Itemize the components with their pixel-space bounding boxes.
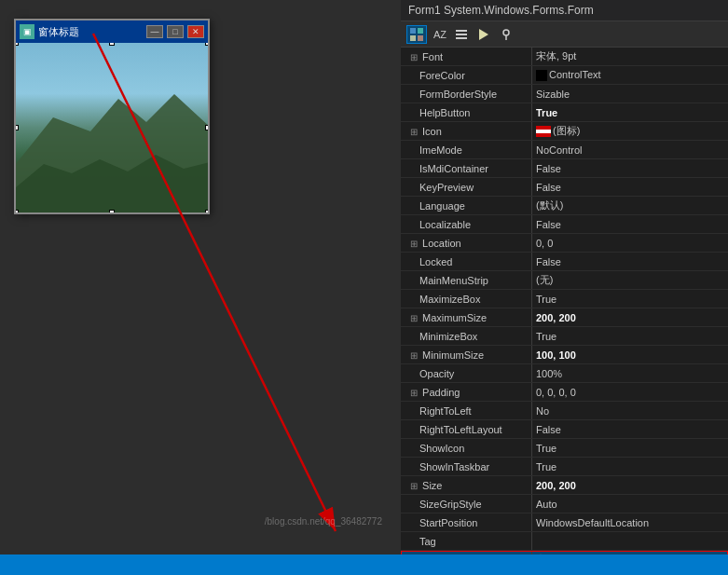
- prop-row[interactable]: RightToLeftLayoutFalse: [401, 420, 728, 439]
- prop-name: RightToLeft: [401, 405, 531, 417]
- svg-rect-12: [456, 37, 467, 39]
- watermark: /blog.csdn.net/qq_36482772: [265, 516, 382, 527]
- prop-name: ForeColor: [401, 70, 531, 81]
- prop-row[interactable]: ImeModeNoControl: [401, 141, 728, 159]
- handle-tl[interactable]: [16, 43, 19, 46]
- prop-row[interactable]: SizeGripStyleAuto: [401, 495, 728, 513]
- events-icon: [476, 27, 491, 42]
- prop-row[interactable]: MainMenuStrip(无): [401, 271, 728, 290]
- prop-row[interactable]: ForeColorControlText: [401, 66, 728, 85]
- prop-row[interactable]: FormBorderStyleSizable: [401, 85, 728, 103]
- prop-row[interactable]: ShowInTaskbarTrue: [401, 458, 728, 476]
- prop-row[interactable]: StartPositionWindowsDefaultLocation: [401, 513, 728, 532]
- form-preview-window[interactable]: ▣ 窗体标题 — □ ✕: [14, 19, 210, 214]
- prop-row[interactable]: Tag: [401, 532, 728, 551]
- color-swatch: [536, 70, 547, 81]
- prop-value: 100, 100: [532, 349, 728, 361]
- handle-bl[interactable]: [16, 210, 19, 212]
- svg-marker-13: [479, 29, 488, 40]
- prop-name: MainMenuStrip: [401, 275, 531, 286]
- form-preview-title: 窗体标题: [38, 25, 143, 39]
- expand-icon[interactable]: ⊞: [408, 388, 419, 398]
- form-close-btn[interactable]: ✕: [187, 25, 204, 38]
- toolbar-categorized-btn[interactable]: [406, 25, 427, 44]
- expand-icon[interactable]: ⊞: [408, 239, 419, 249]
- prop-name: Language: [401, 200, 531, 212]
- prop-row[interactable]: ⊞ Location0, 0: [401, 234, 728, 253]
- flag-icon: [536, 126, 551, 137]
- prop-name: ShowIcon: [401, 443, 531, 454]
- prop-value: NoControl: [532, 144, 728, 156]
- mountain-svg: [16, 43, 208, 212]
- prop-name: RightToLeftLayout: [401, 424, 531, 435]
- bottom-status-bar: [0, 554, 728, 575]
- handle-mr[interactable]: [205, 125, 208, 130]
- prop-name: HelpButton: [401, 107, 531, 118]
- prop-name: MinimizeBox: [401, 331, 531, 342]
- expand-icon[interactable]: ⊞: [408, 481, 419, 491]
- prop-value: False: [532, 219, 728, 230]
- prop-value: (无): [532, 273, 728, 287]
- prop-name: IsMdiContainer: [401, 163, 531, 174]
- handle-tc[interactable]: [109, 43, 115, 46]
- form-body: [16, 43, 208, 212]
- prop-name: ⊞ Padding: [401, 387, 531, 398]
- prop-row[interactable]: MaximizeBoxTrue: [401, 290, 728, 308]
- prop-row[interactable]: RightToLeftNo: [401, 402, 728, 420]
- prop-row[interactable]: ⊞ Icon(图标): [401, 122, 728, 141]
- expand-icon[interactable]: ⊞: [408, 52, 419, 62]
- main-area: ▣ 窗体标题 — □ ✕: [0, 0, 728, 554]
- properties-table: ⊞ Font宋体, 9pt ForeColorControlText FormB…: [401, 48, 728, 554]
- prop-row[interactable]: ShowIconTrue: [401, 439, 728, 458]
- prop-row[interactable]: MinimizeBoxTrue: [401, 327, 728, 346]
- prop-name: MaximizeBox: [401, 294, 531, 305]
- prop-value: ControlText: [532, 69, 728, 81]
- properties-header: Form1 System.Windows.Forms.Form: [401, 0, 728, 21]
- prop-value: False: [532, 256, 728, 267]
- prop-value: 200, 200: [532, 480, 728, 491]
- toolbar-alphabetical-btn[interactable]: AZ: [429, 25, 449, 44]
- prop-row[interactable]: KeyPreviewFalse: [401, 178, 728, 197]
- handle-tr[interactable]: [205, 43, 208, 46]
- expand-icon[interactable]: ⊞: [408, 127, 419, 137]
- form-class-title: Form1 System.Windows.Forms.Form: [408, 4, 594, 17]
- prop-row[interactable]: IsMdiContainerFalse: [401, 159, 728, 178]
- prop-row[interactable]: ⊞ Size200, 200: [401, 476, 728, 495]
- handle-ml[interactable]: [16, 125, 19, 130]
- prop-name: ⊞ MaximumSize: [401, 312, 531, 323]
- prop-row[interactable]: HelpButtonTrue: [401, 103, 728, 122]
- prop-row[interactable]: Language(默认): [401, 197, 728, 215]
- prop-row[interactable]: ⊞ Font宋体, 9pt: [401, 48, 728, 66]
- prop-row[interactable]: LocalizableFalse: [401, 215, 728, 234]
- prop-row[interactable]: LockedFalse: [401, 253, 728, 271]
- prop-value: No: [532, 405, 728, 417]
- toolbar-pin-btn[interactable]: [496, 25, 516, 44]
- form-maximize-btn[interactable]: □: [167, 25, 184, 38]
- svg-rect-10: [456, 30, 467, 32]
- toolbar-props-btn[interactable]: [451, 25, 472, 44]
- prop-value: (默认): [532, 199, 728, 212]
- toolbar-events-btn[interactable]: [474, 25, 494, 44]
- prop-value: True: [532, 331, 728, 342]
- expand-icon[interactable]: ⊞: [408, 313, 419, 323]
- prop-row[interactable]: ⊞ MaximumSize200, 200: [401, 308, 728, 327]
- form-minimize-btn[interactable]: —: [146, 25, 163, 38]
- prop-name: ⊞ Font: [401, 51, 531, 62]
- prop-value: 0, 0, 0, 0: [532, 387, 728, 398]
- prop-name: ⊞ Location: [401, 238, 531, 249]
- prop-name: ⊞ Icon: [401, 126, 531, 137]
- prop-value: False: [532, 163, 728, 174]
- prop-value: True: [532, 443, 728, 454]
- prop-name: ShowInTaskbar: [401, 461, 531, 472]
- prop-name: ImeMode: [401, 144, 531, 156]
- prop-row[interactable]: ⊞ Padding0, 0, 0, 0: [401, 383, 728, 402]
- prop-row[interactable]: ⊞ MinimumSize100, 100: [401, 346, 728, 364]
- expand-icon[interactable]: ⊞: [408, 350, 419, 361]
- form-titlebar: ▣ 窗体标题 — □ ✕: [16, 21, 208, 43]
- handle-bc[interactable]: [109, 210, 115, 212]
- prop-row[interactable]: Opacity100%: [401, 364, 728, 383]
- prop-value: 200, 200: [532, 312, 728, 323]
- handle-br[interactable]: [205, 210, 208, 212]
- prop-divider: [531, 532, 532, 550]
- prop-value: 宋体, 9pt: [532, 49, 728, 63]
